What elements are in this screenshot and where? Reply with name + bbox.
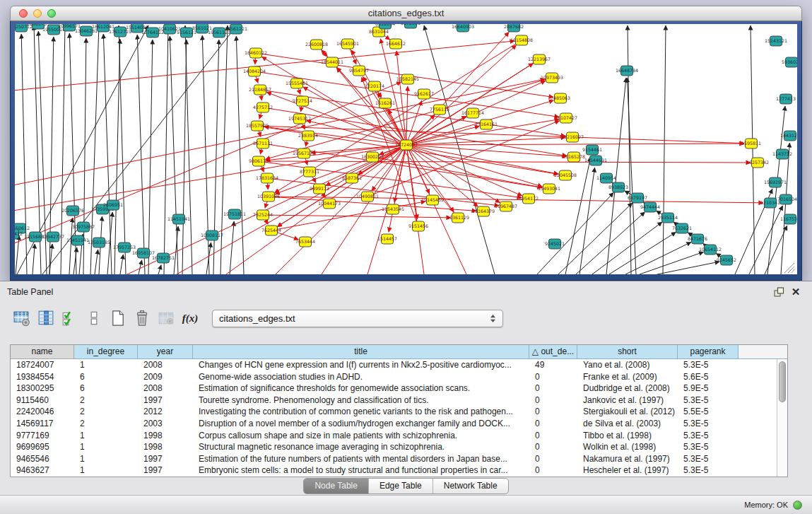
column-header-title[interactable]: title [193,345,529,359]
dropdown-arrows-icon [490,314,496,323]
memory-status-indicator-icon[interactable] [793,501,802,510]
cell-out_degree: 0 [529,418,577,430]
table-selector-value: citations_edges.txt [219,313,295,324]
memory-status-label: Memory: OK [744,501,788,509]
table-row[interactable]: 1456911722003Disruption of a novel membe… [11,418,777,430]
table-row[interactable]: 1938455462009Genome-wide association stu… [11,371,777,383]
status-bar: Memory: OK [0,495,812,514]
table-header-row: namein_degreeyeartitle△ out_de...shortpa… [11,345,787,359]
delete-table-button[interactable] [154,308,178,329]
graph-node-label: 16107427 [555,115,577,120]
table-panel-title: Table Panel [7,287,53,297]
close-window-button[interactable] [19,9,28,18]
table-row[interactable]: 946554611997Estimation of the future num… [11,453,777,465]
column-header-in_degree[interactable]: in_degree [74,345,138,359]
cell-year: 2008 [138,359,193,371]
vertical-scrollbar[interactable] [777,359,787,477]
column-header-pagerank[interactable]: pagerank [678,345,739,359]
cell-title: Disruption of a novel member of a sodium… [193,418,529,430]
graph-node-label: 17957253 [113,245,136,250]
column-header-short[interactable]: short [577,345,678,359]
canvas-resize-grip[interactable] [788,267,794,273]
table-selector-dropdown[interactable]: citations_edges.txt [212,310,503,327]
graph-node-label: 8938923 [608,185,628,189]
cell-out_degree: 0 [529,371,577,383]
cell-year: 2012 [138,406,193,418]
graph-node-label: 10973493 [541,75,563,80]
graph-node-label: 4275712 [253,105,273,110]
column-header-out_degree[interactable]: △ out_de... [529,345,577,359]
clear-row-selection-button[interactable] [82,308,106,329]
show-column-button[interactable] [34,308,58,329]
table-row[interactable]: 946362711997Embryonic stem cells: a mode… [11,465,777,477]
graph-node-label: 16061733 [27,24,49,26]
cell-in_degree: 2 [74,395,138,407]
graph-node-label: 15692971 [764,180,787,185]
cell-out_degree: 0 [529,465,577,477]
table-row[interactable]: 1830029562008Estimation of significance … [11,382,777,395]
graph-node-label: 7625444 [261,228,281,233]
cell-pagerank: 5.3E-5 [678,395,739,407]
graph-node-label: 14084204 [243,69,266,74]
graph-node-label: 18300295 [361,154,384,159]
table-row[interactable]: 1872400712008Changes of HCN gene express… [11,359,777,371]
tab-node-table[interactable]: Node Table [304,479,369,493]
cell-pagerank: 5.9E-5 [678,382,739,395]
column-header-year[interactable]: year [138,345,193,359]
window-title: citations_edges.txt [11,6,801,21]
table-row[interactable]: 911546021997Tourette syndrome. Phenomeno… [11,395,777,407]
table-panel: Table Panel ✕ [0,281,812,495]
function-builder-button[interactable]: f(x) [178,308,202,329]
graph-node-label: 9154461 [582,147,602,152]
cell-short: Dudbridge et al. (2008) [577,382,678,395]
cell-title: Estimation of the future numbers of pati… [193,453,529,465]
network-view-frame: 1872400716154808122139671097349374850631… [10,21,802,281]
zoom-window-button[interactable] [47,9,56,18]
graph-node-label: 22600818 [305,42,328,47]
create-new-table-button[interactable] [106,308,130,329]
scrollbar-thumb[interactable] [779,361,786,402]
cell-out_degree: 0 [529,406,577,418]
table-row[interactable]: 2242004622012Investigating the contribut… [11,406,777,418]
graph-node-label: 9806173 [249,158,269,163]
cell-out_degree: 0 [529,395,577,407]
cell-title: Investigating the contribution of common… [193,406,529,418]
cell-year: 2003 [138,418,193,430]
float-panel-icon[interactable] [772,286,785,298]
cell-title: Embryonic stem cells: a model to study s… [193,465,529,477]
table-row[interactable]: 969969511998Structural magnetic resonanc… [11,441,777,453]
select-all-rows-icon [61,310,78,327]
graph-node-label: 10490811 [356,194,379,199]
graph-node-label: 7653444 [295,239,315,244]
graph-node-label: 10908117 [201,233,223,238]
graph-node-label: 16545901 [336,41,359,46]
table-row[interactable]: 977716911998Corpus callosum shape and si… [11,430,777,442]
cell-year: 1997 [138,465,193,477]
cell-title: Changes of HCN gene expression and I(f) … [193,359,529,371]
graph-node-label: 18612041 [92,24,114,29]
delete-columns-button[interactable] [130,308,154,329]
close-panel-icon[interactable]: ✕ [789,286,802,298]
graph-node-label: 15493041 [538,186,560,191]
network-graph[interactable]: 1872400716154808122139671097349374850631… [15,24,797,274]
graph-node-label: 15514081 [126,25,148,30]
network-canvas[interactable]: 1872400716154808122139671097349374850631… [15,24,797,274]
graph-node-label: 1140954 [596,175,616,180]
tab-network-table[interactable]: Network Table [433,479,508,493]
graph-node-label: 17831634 [256,175,278,180]
graph-node-label: 7632621 [672,226,692,230]
graph-node-label: 9899173 [310,186,329,191]
network-window-titlebar[interactable]: citations_edges.txt [10,6,802,21]
table-options-button[interactable] [10,308,34,329]
minimize-window-button[interactable] [33,9,42,18]
tab-edge-table[interactable]: Edge Table [369,479,433,493]
column-header-name[interactable]: name [11,345,74,359]
graph-node-label: 3220174 [365,83,384,88]
graph-node-label: 5572301 [401,24,420,25]
canvas-resize-grip[interactable] [792,269,794,273]
graph-node-label: 2935114 [658,215,678,220]
graph-node-label: 13942737 [42,234,64,239]
cell-name: 9115460 [11,395,74,407]
graph-node-label: 3911412 [15,231,23,236]
select-all-rows-button[interactable] [58,308,82,329]
